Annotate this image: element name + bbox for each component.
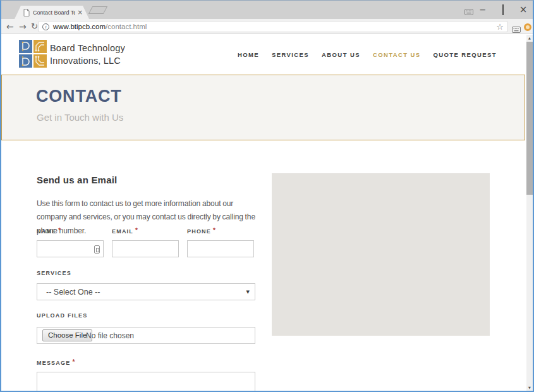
page-content: Board Technology Innovations, LLC HOME S… bbox=[1, 35, 526, 391]
required-marker: * bbox=[58, 227, 61, 234]
file-upload-field[interactable]: Choose File No file chosen bbox=[37, 327, 255, 344]
nav-item-services[interactable]: SERVICES bbox=[272, 51, 309, 58]
page-scrollbar[interactable]: ▲ ▼ bbox=[526, 35, 533, 391]
form-heading: Send us an Email bbox=[37, 175, 117, 185]
window-controls: − × bbox=[476, 1, 530, 19]
page-subtitle: Get in Touch with Us bbox=[37, 112, 123, 123]
required-marker: * bbox=[135, 227, 138, 234]
info-icon[interactable]: i bbox=[42, 23, 49, 30]
phone-field-wrap bbox=[187, 240, 254, 257]
name-field[interactable] bbox=[37, 241, 103, 257]
keyboard-indicator-icon bbox=[464, 6, 473, 18]
scroll-down-icon[interactable]: ▼ bbox=[526, 384, 533, 391]
site-header: Board Technology Innovations, LLC HOME S… bbox=[1, 35, 526, 75]
page-title: CONTACT bbox=[36, 87, 122, 106]
logo-square-gold-1 bbox=[33, 40, 47, 53]
hero-banner: CONTACT Get in Touch with Us bbox=[1, 75, 525, 140]
url-text[interactable]: www.btipcb.com/contact.html bbox=[53, 23, 147, 30]
name-field-wrap bbox=[37, 240, 104, 257]
new-tab-button[interactable] bbox=[88, 6, 107, 14]
email-field-wrap bbox=[112, 240, 179, 257]
forward-icon[interactable]: → bbox=[19, 20, 27, 33]
nav-item-home[interactable]: HOME bbox=[238, 51, 259, 58]
page-viewport: Board Technology Innovations, LLC HOME S… bbox=[1, 35, 533, 391]
autofill-icon[interactable] bbox=[94, 245, 100, 254]
browser-toolbar: ← → ↻ i www.btipcb.com/contact.html ☆ bbox=[1, 19, 533, 34]
brand-line1: Board Technology bbox=[50, 42, 125, 54]
email-label: EMAIL* bbox=[112, 227, 138, 235]
reload-icon[interactable]: ↻ bbox=[31, 20, 38, 33]
message-label: MESSAGE* bbox=[37, 358, 76, 366]
name-label: NAME* bbox=[37, 227, 61, 235]
close-window-button[interactable]: × bbox=[516, 5, 530, 15]
browser-tab[interactable]: Contact Board Technolog × bbox=[15, 6, 89, 19]
email-field[interactable] bbox=[112, 241, 178, 257]
scroll-up-icon[interactable]: ▲ bbox=[526, 35, 533, 42]
message-field-wrap bbox=[37, 372, 255, 391]
brand-line2: Innovations, LLC bbox=[50, 54, 125, 67]
upload-files-label: UPLOAD FILES bbox=[37, 312, 87, 319]
form-intro-text: Use this form to contact us to get more … bbox=[37, 197, 262, 238]
services-select[interactable]: -- Select One -- ▼ bbox=[37, 283, 255, 300]
nav-item-about-us[interactable]: ABOUT US bbox=[322, 51, 360, 58]
logo-icon[interactable] bbox=[19, 40, 47, 68]
url-path: /contact.html bbox=[106, 23, 147, 30]
back-icon[interactable]: ← bbox=[6, 20, 14, 33]
phone-label: PHONE* bbox=[187, 227, 216, 235]
required-marker: * bbox=[72, 358, 75, 365]
logo-square-blue-1 bbox=[19, 40, 32, 53]
logo-square-blue-2 bbox=[19, 54, 32, 68]
scrollbar-thumb[interactable] bbox=[526, 42, 533, 195]
maximize-icon bbox=[502, 4, 504, 15]
nav-item-quote-request[interactable]: QUOTE REQUEST bbox=[433, 51, 497, 58]
minimize-button[interactable]: − bbox=[476, 6, 490, 14]
tab-title: Contact Board Technolog bbox=[33, 9, 75, 16]
services-label: SERVICES bbox=[37, 270, 71, 276]
message-field[interactable] bbox=[37, 372, 255, 391]
url-host: www.btipcb.com bbox=[53, 23, 106, 30]
phone-field[interactable] bbox=[188, 241, 253, 257]
choose-file-button[interactable]: Choose File bbox=[42, 329, 92, 341]
close-tab-icon[interactable]: × bbox=[78, 9, 83, 16]
services-selected-value: -- Select One -- bbox=[46, 288, 100, 297]
logo-square-gold-2 bbox=[33, 54, 47, 68]
address-bar[interactable]: i www.btipcb.com/contact.html ☆ bbox=[38, 21, 508, 32]
nav-item-contact-us[interactable]: CONTACT US bbox=[373, 51, 421, 58]
browser-window: Contact Board Technolog × − × ← → ↻ i ww… bbox=[0, 0, 534, 392]
maximize-button[interactable] bbox=[496, 6, 510, 14]
main-nav: HOME SERVICES ABOUT US CONTACT US QUOTE … bbox=[238, 51, 497, 58]
file-status-text: No file chosen bbox=[86, 331, 134, 340]
map-placeholder bbox=[272, 173, 490, 336]
bookmark-star-icon[interactable]: ☆ bbox=[496, 22, 504, 32]
title-bar: Contact Board Technolog × − × bbox=[1, 1, 533, 19]
chevron-down-icon: ▼ bbox=[246, 290, 250, 295]
page-icon bbox=[23, 9, 30, 16]
required-marker: * bbox=[213, 227, 216, 234]
keyboard-extension-icon[interactable] bbox=[512, 24, 521, 35]
extension-badge-icon[interactable] bbox=[524, 23, 531, 31]
brand-name[interactable]: Board Technology Innovations, LLC bbox=[50, 42, 125, 68]
